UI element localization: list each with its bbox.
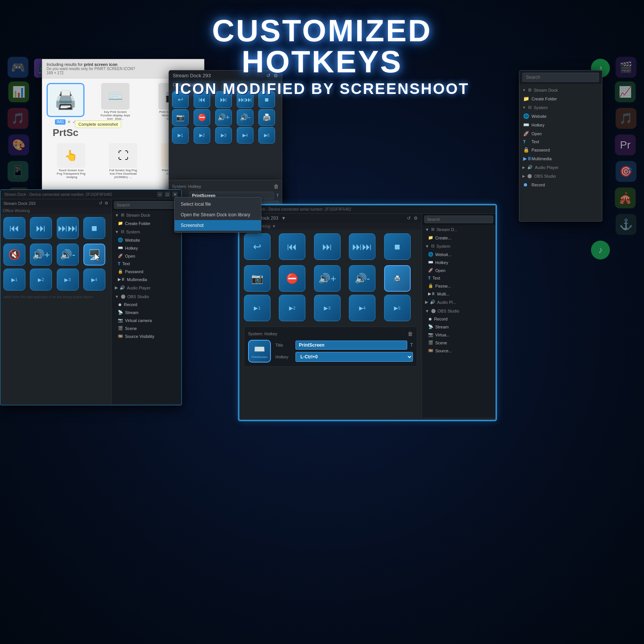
br-btn-m4[interactable]: ▶4 (349, 295, 375, 321)
br-refresh-icon[interactable]: ↺ (407, 216, 411, 221)
br-btn-stop[interactable]: ■ (384, 233, 411, 260)
bl-btn-printscreen[interactable]: 🖥️ (83, 244, 105, 266)
br-btn-skip[interactable]: ⏭⏭ (349, 233, 375, 260)
br-section-obs[interactable]: ▼ ⬤ OBS Studio (422, 306, 496, 315)
br-website[interactable]: 🌐Websit... (422, 250, 496, 258)
section-system[interactable]: ▼ ⊟ System (519, 103, 602, 112)
br-btn-camera[interactable]: 📷 (244, 265, 270, 292)
sidebar-item-website[interactable]: 🌐 Website (519, 112, 602, 120)
bl-password[interactable]: 🔒Password (112, 267, 181, 275)
bl-multimedia[interactable]: ▶⏸Multimedia (112, 275, 181, 283)
sidebar-item-hotkey[interactable]: ⌨️ Hotkey (519, 120, 602, 129)
result-item-4[interactable]: ⛶ Full Screen Svg Png Icon Free Download… (98, 143, 147, 179)
bl-obs-scene[interactable]: 🎬Scene (112, 324, 181, 332)
close-btn[interactable]: ✕ (172, 192, 178, 197)
bl-obs-record[interactable]: ⏺Record (112, 301, 181, 308)
br-btn-next[interactable]: ⏭ (314, 233, 341, 260)
bl-btn-skip[interactable]: ⏭⏭ (57, 217, 79, 239)
br-delete-icon[interactable]: 🗑 (408, 331, 413, 337)
bl-btn-mute[interactable]: 🔇 (3, 244, 25, 266)
bl-search-input[interactable] (114, 201, 179, 209)
btn-media2[interactable]: ▶2 (194, 127, 210, 144)
result-item-3[interactable]: 👆 Touch Screen Icon Png Transparent Png … (47, 143, 95, 179)
bl-settings-icon[interactable]: ⚙ (105, 201, 108, 206)
bl-btn-prev[interactable]: ⏮ (3, 217, 25, 239)
section-obs[interactable]: ▶ ⬤ OBS Studio (519, 172, 602, 180)
btn-media5[interactable]: ▶5 (258, 127, 275, 144)
br-section-system[interactable]: ▼ ⊟ System (422, 242, 496, 250)
bl-btn-m4[interactable]: ▶4 (83, 269, 105, 291)
bl-refresh-icon[interactable]: ↺ (99, 201, 102, 206)
bl-btn-vol-down[interactable]: 🔊- (57, 244, 79, 266)
bl-section-stream-dock[interactable]: ▼ ⊞ Stream Dock (112, 211, 181, 219)
bl-obs-stream[interactable]: 📡Stream (112, 308, 181, 316)
maximize-btn[interactable]: □ (165, 192, 170, 197)
result-item-1[interactable]: ⌨️ Key Print Screen Function display, ke… (88, 83, 142, 139)
br-record[interactable]: ⏺Record (422, 315, 496, 323)
br-btn-printscreen[interactable]: 🖨️ (384, 265, 411, 292)
btn-media3[interactable]: ▶3 (215, 127, 232, 144)
sidebar-item-multimedia[interactable]: ▶⏸ Multimedia (519, 154, 602, 163)
br-section-stream-dock[interactable]: ▼ ⊞ Stream D... (422, 225, 496, 234)
section-stream-dock[interactable]: ▼ ⊞ Stream Dock (519, 86, 602, 94)
section-audio-player[interactable]: ▶ 🔊 Audio Player (519, 163, 602, 172)
br-text-item[interactable]: TText (422, 274, 496, 282)
btn-vol-up[interactable]: 🔊+ (215, 109, 232, 126)
sidebar-item-text[interactable]: T Text (519, 138, 602, 145)
bl-text[interactable]: TText (112, 260, 181, 267)
br-search-input[interactable] (424, 216, 493, 223)
bl-website[interactable]: 🌐Website (112, 236, 181, 244)
bl-section-obs[interactable]: ▼ ⬤ OBS Studio (112, 292, 181, 301)
ctx-select-local[interactable]: Select local file (175, 199, 261, 209)
br-password-item[interactable]: 🔒Passw... (422, 282, 496, 290)
bl-obs-vcam[interactable]: 📷Virtual camera (112, 316, 181, 324)
bl-obs-source[interactable]: 🎞️Source Visibility (112, 332, 181, 340)
bl-btn-m2[interactable]: ▶2 (30, 269, 52, 291)
minimize-btn[interactable]: ─ (157, 192, 163, 197)
br-settings-icon[interactable]: ⚙ (414, 216, 418, 221)
br-btn-m1[interactable]: ▶1 (244, 295, 270, 321)
bl-hotkey[interactable]: ⌨️Hotkey (112, 244, 181, 252)
bl-sidebar-create-folder[interactable]: 📁 Create Folder (112, 219, 181, 227)
btn-media4[interactable]: ▶4 (237, 127, 253, 144)
ctx-open-library[interactable]: Open the Stream Dock icon library (175, 209, 261, 220)
bl-btn-next[interactable]: ⏭ (30, 217, 52, 239)
sidebar-item-record[interactable]: ⏺ Record (519, 180, 602, 189)
br-hotkey-select[interactable]: L-Ctrl+0 (295, 352, 413, 362)
ctx-screenshot[interactable]: Screenshot (175, 220, 261, 231)
br-btn-m3[interactable]: ▶3 (314, 295, 341, 321)
br-create-folder[interactable]: 📁Create... (422, 234, 496, 242)
btn-media1[interactable]: ▶1 (172, 127, 189, 144)
search-input[interactable] (522, 73, 599, 82)
br-stream[interactable]: 📡Stream (422, 323, 496, 331)
btn-vol-down[interactable]: 🔊- (237, 109, 253, 126)
btn-camera[interactable]: 📷 (172, 109, 189, 126)
sidebar-item-create-folder[interactable]: 📁 Create Folder (519, 94, 602, 103)
br-btn-notsign[interactable]: ⛔ (279, 265, 305, 292)
btn-notsign[interactable]: ⛔ (194, 109, 210, 126)
bl-section-audio[interactable]: ▶ 🔊 Audio Player (112, 283, 181, 292)
br-btn-m5[interactable]: ▶5 (384, 295, 411, 321)
br-btn-m2[interactable]: ▶2 (279, 295, 305, 321)
bl-section-system[interactable]: ▼ ⊟ System (112, 227, 181, 236)
br-vcam[interactable]: 📷Virtua... (422, 331, 496, 339)
br-source[interactable]: 🎞️Source... (422, 347, 496, 355)
bl-open[interactable]: 🚀Open (112, 252, 181, 260)
br-hotkey-item[interactable]: ⌨️Hotkey (422, 258, 496, 266)
bl-btn-m3[interactable]: ▶3 (57, 269, 79, 291)
delete-icon[interactable]: 🗑 (274, 183, 279, 189)
br-multimedia-item[interactable]: ▶⏸Multi... (422, 290, 496, 298)
br-btn-prev[interactable]: ⏮ (279, 233, 305, 260)
sidebar-item-open[interactable]: 🚀 Open (519, 129, 602, 138)
sidebar-item-password[interactable]: 🔒 Password (519, 145, 602, 154)
br-open-item[interactable]: 🚀Open (422, 266, 496, 274)
br-scene[interactable]: 🎬Scene (422, 339, 496, 347)
bl-btn-stop[interactable]: ■ (83, 217, 105, 239)
br-btn-replay[interactable]: ↩ (244, 233, 270, 260)
br-btn-vol-down[interactable]: 🔊- (349, 265, 375, 292)
bl-btn-vol-up[interactable]: 🔊+ (30, 244, 52, 266)
br-btn-vol-up[interactable]: 🔊+ (314, 265, 341, 292)
br-section-audio[interactable]: ▶ 🔊 Audio Pl... (422, 298, 496, 306)
btn-print[interactable]: 🖨️ (258, 109, 275, 126)
br-title-input[interactable] (295, 341, 407, 350)
